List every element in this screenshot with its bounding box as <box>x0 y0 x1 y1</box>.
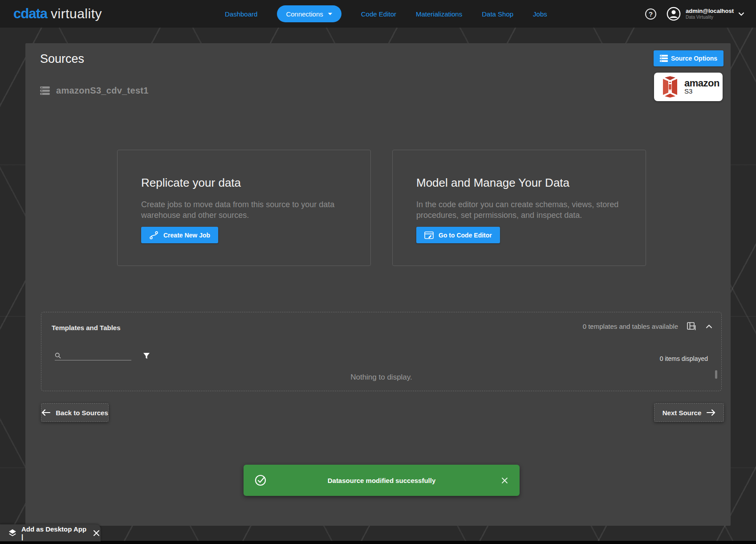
templates-and-tables-panel: Templates and Tables 0 templates and tab… <box>41 312 722 391</box>
add-as-desktop-app-bar[interactable]: Add as Desktop App | <box>0 524 101 541</box>
arrow-right-icon <box>707 409 715 416</box>
help-glyph: ? <box>649 10 653 18</box>
navbar-right-group: ? admin@localhost Data Virtuality <box>645 0 744 28</box>
source-options-button[interactable]: Source Options <box>654 50 723 66</box>
go-to-code-editor-button[interactable]: Go to Code Editor <box>416 227 500 243</box>
bottom-edge-strip <box>0 541 756 544</box>
search-field[interactable] <box>55 352 131 360</box>
replicate-card-description: Create jobs to move data from this sourc… <box>141 199 344 221</box>
code-editor-icon <box>424 231 434 239</box>
nav-item-connections[interactable]: Connections <box>277 5 341 22</box>
sources-panel: Sources Source Options amazon <box>25 43 731 526</box>
toast-close-icon[interactable] <box>500 475 510 486</box>
user-name: admin@localhost <box>686 8 734 15</box>
replicate-data-card: Replicate your data Create jobs to move … <box>117 150 371 266</box>
main-navigation: Dashboard Connections Code Editor Materi… <box>225 0 547 28</box>
toast-message: Datasource modified successfully <box>244 477 520 484</box>
arrow-left-icon <box>41 409 50 416</box>
templates-search-row <box>55 352 151 360</box>
search-icon <box>55 352 61 359</box>
success-toast: Datasource modified successfully <box>244 465 520 496</box>
source-name: amazonS3_cdv_test1 <box>56 86 149 96</box>
replicate-card-title: Replicate your data <box>141 176 241 190</box>
model-manage-card: Model and Manage Your Data In the code e… <box>392 150 646 266</box>
user-menu[interactable]: admin@localhost Data Virtuality <box>666 6 744 21</box>
model-card-description: In the code editor you can create schema… <box>416 199 628 221</box>
nav-item-dashboard[interactable]: Dashboard <box>225 10 257 18</box>
server-stack-icon <box>660 55 668 62</box>
empty-list-message: Nothing to display. <box>41 373 721 382</box>
nav-item-code-editor[interactable]: Code Editor <box>361 10 396 18</box>
source-stack-icon <box>40 86 50 95</box>
app-logo[interactable]: cdata virtuality <box>13 6 102 22</box>
amazon-s3-wordmark: amazon S3 <box>684 79 719 94</box>
templates-available-count: 0 templates and tables available <box>583 323 678 330</box>
next-source-button[interactable]: Next Source <box>654 403 724 422</box>
s3-text: S3 <box>684 88 719 94</box>
search-input[interactable] <box>64 352 126 359</box>
list-scrollbar-thumb[interactable] <box>715 370 717 379</box>
logo-cdata-text: cdata <box>13 6 47 22</box>
caret-down-icon <box>328 12 333 16</box>
nav-item-connections-label: Connections <box>286 10 323 18</box>
go-to-code-editor-label: Go to Code Editor <box>439 232 492 239</box>
nav-item-materializations[interactable]: Materializations <box>416 10 462 18</box>
amazon-s3-logo-card: amazon S3 <box>654 73 723 101</box>
templates-panel-controls: 0 templates and tables available <box>583 321 713 331</box>
source-options-label: Source Options <box>671 55 717 62</box>
user-chevron-down-icon[interactable] <box>738 12 744 16</box>
user-info: admin@localhost Data Virtuality <box>686 8 734 20</box>
desktop-bar-close-icon[interactable] <box>92 529 101 537</box>
top-navbar: cdata virtuality Dashboard Connections C… <box>0 0 756 28</box>
next-source-label: Next Source <box>663 409 702 417</box>
amazon-s3-icon <box>661 76 679 98</box>
current-source-row: amazonS3_cdv_test1 <box>40 86 149 96</box>
templates-panel-title: Templates and Tables <box>52 324 121 331</box>
layers-icon <box>8 528 17 537</box>
logo-virtuality-text: virtuality <box>51 6 102 21</box>
user-avatar-icon <box>666 6 681 21</box>
create-new-job-button[interactable]: Create New Job <box>141 227 218 243</box>
table-layout-icon[interactable] <box>686 321 697 331</box>
nav-item-jobs[interactable]: Jobs <box>533 10 547 18</box>
back-to-sources-label: Back to Sources <box>56 409 108 417</box>
nav-item-data-shop[interactable]: Data Shop <box>482 10 513 18</box>
create-new-job-label: Create New Job <box>163 232 210 239</box>
items-displayed-count: 0 items displayed <box>660 355 708 362</box>
model-card-title: Model and Manage Your Data <box>416 176 569 190</box>
page-title: Sources <box>40 52 84 66</box>
collapse-chevron-up-icon[interactable] <box>705 323 713 329</box>
filter-funnel-icon[interactable] <box>142 352 151 360</box>
help-icon[interactable]: ? <box>645 8 656 20</box>
add-as-desktop-app-label: Add as Desktop App | <box>21 525 88 540</box>
amazon-text: amazon <box>684 79 719 88</box>
back-to-sources-button[interactable]: Back to Sources <box>41 403 109 422</box>
job-pipeline-icon <box>149 231 159 240</box>
user-org: Data Virtuality <box>686 15 734 20</box>
